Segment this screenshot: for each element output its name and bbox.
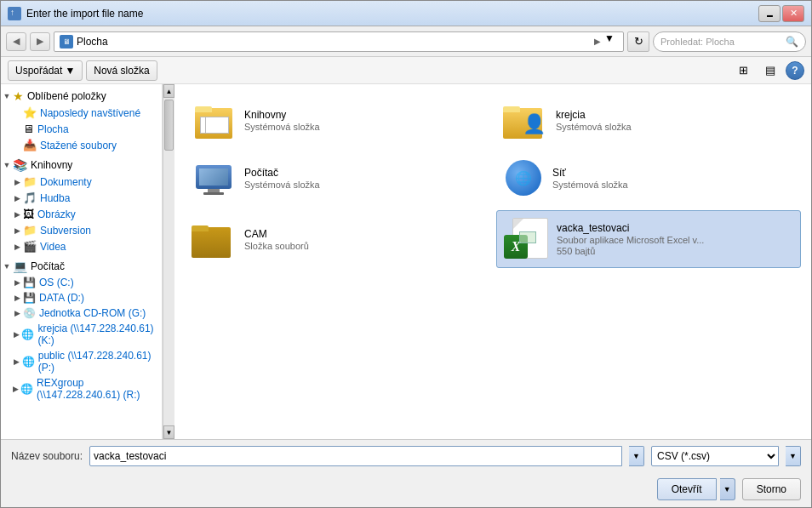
refresh-button[interactable]: ↻ [627, 31, 649, 52]
file-type-krejcia: Systémová složka [556, 122, 794, 132]
sidebar-item-cdrom[interactable]: ▶ 💿 Jednotka CD-ROM (G:) [1, 305, 162, 321]
dialog-window: Enter the import file name 🗕 ✕ ◀ ▶ 🖥 Plo… [0, 0, 812, 508]
dokumenty-label: Dokumenty [40, 176, 92, 188]
search-bar: 🔍 [653, 31, 806, 52]
stazene-label: Stažené soubory [40, 140, 117, 151]
sidebar-item-hudba[interactable]: ▶ 🎵 Hudba [1, 190, 162, 206]
file-item-cam[interactable]: CAM Složka souborů [185, 210, 489, 268]
file-name-krejcia: krejcia [556, 109, 794, 121]
sidebar-item-videa[interactable]: ▶ 🎬 Videa [1, 238, 162, 254]
cdrom-label: Jednotka CD-ROM (G:) [39, 307, 146, 319]
os-c-label: OS (C:) [39, 277, 74, 288]
sidebar-item-data-d[interactable]: ▶ 💾 DATA (D:) [1, 290, 162, 305]
file-item-krejcia[interactable]: 👤 krejcia Systémová složka [496, 94, 801, 146]
network-drive-p-icon: 🌐 [22, 356, 35, 368]
help-button[interactable]: ? [786, 61, 804, 80]
sidebar-favorites-header[interactable]: ▼ ★ Oblíbené položky [1, 88, 162, 105]
recent-icon: ⭐ [23, 106, 37, 119]
favorites-label: Oblíbené položky [27, 90, 106, 102]
file-info-cam: CAM Složka souborů [244, 228, 483, 251]
cdrom-icon: 💿 [23, 307, 36, 319]
sidebar-item-dokumenty[interactable]: ▶ 📁 Dokumenty [1, 174, 162, 190]
file-name-pocitac: Počítač [244, 167, 483, 179]
sidebar-item-public-p[interactable]: ▶ 🌐 public (\\147.228.240.61) (P:) [1, 348, 162, 375]
music-icon: 🎵 [23, 191, 37, 204]
new-folder-button[interactable]: Nová složka [86, 60, 157, 81]
sidebar-item-obrazky[interactable]: ▶ 🖼 Obrázky [1, 206, 162, 222]
file-type-knihovny: Systémová složka [244, 122, 483, 132]
sidebar-libraries-header[interactable]: ▼ 📚 Knihovny [1, 157, 162, 174]
filename-row: Název souboru: ▼ CSV (*.csv) ▼ [1, 439, 811, 471]
desktop-icon: 🖥 [23, 123, 34, 135]
sidebar-item-plocha[interactable]: 🖥 Plocha [1, 121, 162, 137]
public-p-label: public (\\147.228.240.61) (P:) [38, 350, 158, 374]
filetype-dropdown-button[interactable]: ▼ [786, 446, 801, 466]
sidebar-item-naposledy[interactable]: ⭐ Naposledy navštívené [1, 105, 162, 121]
network-drive-k-icon: 🌐 [21, 328, 34, 340]
search-input[interactable] [660, 37, 782, 47]
search-icon: 🔍 [786, 36, 798, 48]
cancel-button[interactable]: Storno [742, 478, 801, 500]
network-drive-r-icon: 🌐 [20, 383, 33, 395]
file-type-pocitac: Systémová složka [244, 180, 483, 190]
path-dropdown-button[interactable]: ▼ [604, 32, 618, 51]
path-text: Plocha [77, 36, 591, 48]
file-info-pocitac: Počítač Systémová složka [244, 167, 483, 190]
sidebar-item-rexgroup-r[interactable]: ▶ 🌐 REXgroup (\\147.228.240.61) (R:) [1, 375, 162, 402]
view-icon-2[interactable]: ▤ [758, 60, 782, 81]
organize-button[interactable]: Uspořádat ▼ [8, 60, 83, 81]
scroll-track [163, 98, 174, 425]
subversion-label: Subversion [40, 225, 91, 237]
star-icon: ★ [13, 89, 24, 103]
filename-input[interactable] [89, 446, 622, 466]
sidebar-item-os-c[interactable]: ▶ 💾 OS (C:) [1, 275, 162, 290]
library-folder-icon: 📚 [13, 158, 27, 172]
file-info-sit: Síť Systémová složka [552, 167, 794, 190]
action-buttons-row: Otevřít ▼ Storno [1, 471, 811, 507]
file-size-vacka: 550 bajtů [557, 246, 793, 256]
filename-dropdown-button[interactable]: ▼ [629, 446, 644, 466]
computer-label: Počítač [31, 260, 65, 272]
file-type-vacka: Soubor aplikace Microsoft Excel v... [557, 235, 793, 245]
file-info-krejcia: krejcia Systémová složka [556, 109, 794, 132]
main-area: ▼ ★ Oblíbené položky ⭐ Naposledy navštív… [1, 84, 811, 439]
sidebar-computer-section: ▼ 💻 Počítač ▶ 💾 OS (C:) ▶ 💾 DATA (D:) ▶ … [1, 258, 162, 402]
scroll-down-button[interactable]: ▼ [163, 425, 174, 439]
file-item-knihovny[interactable]: Knihovny Systémová složka [185, 94, 489, 146]
computer-icon: 💻 [13, 260, 27, 273]
sidebar-item-stazene[interactable]: 📥 Stažené soubory [1, 137, 162, 153]
open-button[interactable]: Otevřít [657, 478, 717, 500]
filename-label: Název souboru: [11, 450, 83, 462]
cam-folder-icon [192, 220, 236, 258]
images-icon: 🖼 [23, 208, 34, 220]
drive-d-icon: 💾 [23, 292, 36, 304]
close-button[interactable]: ✕ [782, 5, 804, 22]
view-icon[interactable]: ⊞ [731, 60, 755, 81]
file-item-sit[interactable]: 🌐 Síť Systémová složka [496, 152, 801, 203]
plocha-label: Plocha [37, 123, 69, 135]
navigation-toolbar: ◀ ▶ 🖥 Plocha ▶ ▼ ↻ 🔍 [1, 26, 811, 57]
title-text: Enter the import file name [26, 8, 758, 20]
sidebar-libraries-section: ▼ 📚 Knihovny ▶ 📁 Dokumenty ▶ 🎵 Hudba ▶ 🖼 [1, 157, 162, 254]
scroll-up-button[interactable]: ▲ [163, 84, 174, 98]
file-item-pocitac[interactable]: Počítač Systémová složka [185, 152, 489, 203]
sidebar-item-subversion[interactable]: ▶ 📁 Subversion [1, 222, 162, 238]
naposledy-label: Naposledy navštívené [40, 107, 140, 119]
subversion-icon: 📁 [23, 224, 37, 237]
scroll-thumb[interactable] [164, 100, 174, 151]
filetype-select[interactable]: CSV (*.csv) [651, 446, 779, 466]
sidebar-item-krejcia-k[interactable]: ▶ 🌐 krejcia (\\147.228.240.61) (K:) [1, 321, 162, 348]
back-button[interactable]: ◀ [6, 32, 26, 51]
docs-icon: 📁 [23, 175, 37, 188]
path-bar: 🖥 Plocha ▶ ▼ [54, 31, 624, 52]
file-item-vacka[interactable]: X vacka_testovaci Soubor aplikace Micros… [496, 210, 801, 268]
open-dropdown-button[interactable]: ▼ [720, 478, 735, 500]
minimize-button[interactable]: 🗕 [758, 5, 781, 22]
sidebar-computer-header[interactable]: ▼ 💻 Počítač [1, 258, 162, 275]
file-name-knihovny: Knihovny [244, 109, 483, 121]
sidebar-scrollbar[interactable]: ▲ ▼ [163, 84, 174, 439]
library-folder-icon [192, 101, 236, 139]
title-bar: Enter the import file name 🗕 ✕ [1, 1, 811, 26]
file-area: Knihovny Systémová složka 👤 krejcia Syst… [174, 84, 811, 439]
forward-button[interactable]: ▶ [30, 32, 50, 51]
